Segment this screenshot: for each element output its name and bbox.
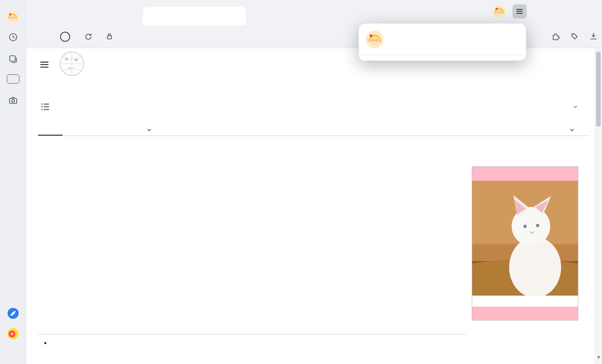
menu-divider	[359, 55, 526, 55]
scrollbar-thumb[interactable]	[596, 52, 601, 127]
reload-icon[interactable]	[84, 32, 93, 41]
hamburger-icon	[515, 7, 524, 16]
scrollbar-down-arrow[interactable]: ▾	[595, 354, 602, 360]
svg-text:W: W	[74, 58, 78, 62]
account-row[interactable]	[359, 26, 526, 52]
section-divider	[38, 334, 466, 334]
browser-window: ΩWA •	[0, 0, 602, 364]
wiki-menu-icon[interactable]	[39, 59, 50, 70]
profile-avatar[interactable]	[6, 11, 19, 23]
cat-photo[interactable]	[472, 181, 578, 296]
taxobox	[472, 166, 578, 321]
cat-photo-image	[472, 181, 578, 296]
tab-strip	[26, 0, 602, 25]
screenshot-icon[interactable]	[8, 95, 18, 106]
chevron-down-icon	[569, 127, 575, 133]
tabs-divider	[38, 136, 590, 136]
dzen-badge[interactable]	[7, 74, 19, 84]
wikipedia-logo[interactable]: ΩWA	[59, 51, 85, 76]
active-tab[interactable]	[143, 7, 246, 25]
taxobox-title	[472, 167, 578, 181]
lock-icon[interactable]	[105, 32, 114, 41]
contents-icon[interactable]	[40, 101, 51, 112]
downloads-icon[interactable]	[589, 32, 598, 41]
taxobox-section-header[interactable]	[472, 307, 578, 320]
svg-text:Ω: Ω	[65, 57, 68, 61]
history-icon[interactable]	[8, 32, 18, 42]
list-item: •	[44, 339, 51, 348]
browser-menu-button[interactable]	[512, 4, 527, 19]
tabs-panel-icon[interactable]	[8, 54, 18, 64]
yandex-app-logo[interactable]	[7, 328, 19, 340]
browser-menu	[358, 23, 526, 61]
chevron-down-icon	[146, 127, 152, 133]
extensions-icon[interactable]	[551, 32, 560, 41]
taxobox-spacer	[472, 296, 578, 307]
collections-icon[interactable]	[570, 32, 579, 41]
chevron-down-icon	[572, 104, 578, 110]
svg-text:A: A	[68, 66, 71, 71]
yandex-button[interactable]	[60, 32, 70, 42]
yandex-browser-logo[interactable]	[7, 307, 19, 319]
bullet: •	[44, 339, 47, 348]
browser-sidebar	[0, 0, 26, 364]
account-avatar	[366, 30, 383, 48]
profile-avatar-top[interactable]	[493, 5, 506, 18]
